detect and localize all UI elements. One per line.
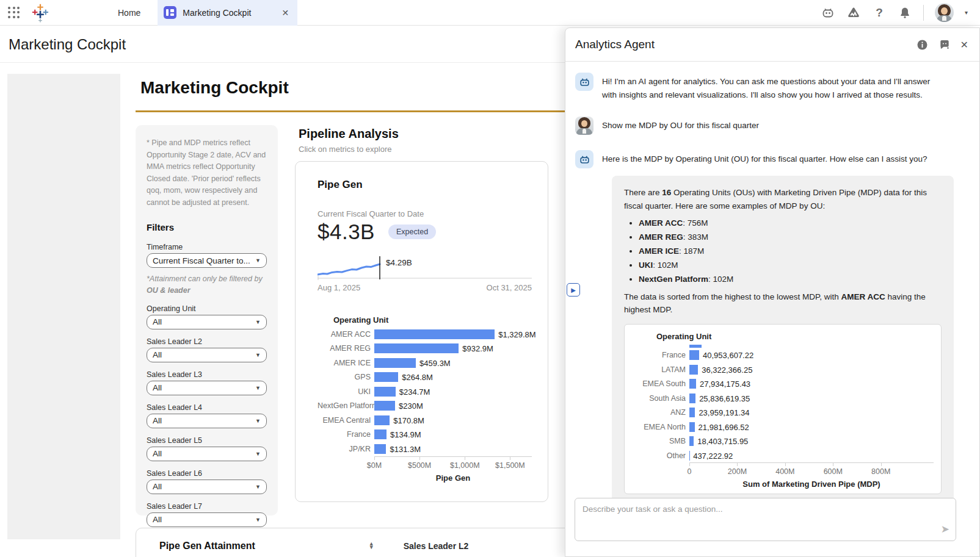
analytics-agent-panel: Analytics Agent ✕ ▶ [565,27,980,557]
filter-select[interactable]: All▼ [147,512,267,527]
bar[interactable] [374,329,495,339]
axis-tick-label: 0 [688,467,692,476]
filter-select[interactable]: All▼ [147,414,267,428]
metrics-note: * Pipe and MDP metrics reflect Opportuni… [147,137,267,209]
sort-icon[interactable]: ▲ ▼ [369,542,374,549]
bar-row[interactable]: Other437,222.92 [633,448,934,463]
bar-category-label: SMB [633,437,689,445]
kpi-row: $4.3B Expected [318,220,532,244]
bar[interactable] [374,372,398,382]
axis-tick-label: 600M [824,467,843,476]
bar[interactable] [374,401,395,411]
bar-row[interactable]: South Asia25,836,619.35 [633,391,934,406]
collapse-panel-button[interactable]: ▶ [567,283,580,296]
notifications-bell-icon[interactable] [898,5,912,20]
bar[interactable] [374,444,386,454]
timeframe-select[interactable]: Current Fiscal Quarter to... ▼ [147,253,267,268]
dashboard-title: Marketing Cockpit [140,78,289,98]
bar[interactable] [374,429,387,439]
chevron-down-icon: ▼ [255,319,261,325]
bar-row[interactable]: JP/KR$131.3M [318,442,532,456]
bar-category-label: UKI [318,387,374,396]
bar-row-clipped [633,342,934,348]
filter-label: Sales Leader L4 [147,403,267,412]
bar-value-label: 40,953,607.22 [703,351,753,360]
bar-category-label: France [318,430,374,439]
help-icon[interactable]: ? [872,5,887,20]
tab-marketing-cockpit[interactable]: Marketing Cockpit ✕ [158,0,297,26]
bar-row[interactable]: AMER REG$932.9M [318,342,532,356]
bar[interactable] [689,408,695,417]
bar-value-label: 25,836,619.35 [699,393,750,403]
bar-category-label: LATAM [633,365,689,374]
bar[interactable] [689,379,696,389]
filter-select[interactable]: All▼ [147,315,267,329]
filter-group-sales-leader-l6: Sales Leader L6All▼ [147,469,267,494]
bar-row[interactable]: ANZ23,959,191.34 [633,405,934,420]
bar-row[interactable]: SMB18,403,715.95 [633,434,934,448]
user-avatar[interactable] [935,3,954,22]
axis-tick-label: $1,000M [450,461,480,470]
pulse-icon[interactable] [846,5,861,20]
mdp-bullet-list: AMER ACC: 756MAMER REG: 383MAMER ICE: 18… [639,217,942,287]
bar[interactable] [374,387,396,397]
user-message-text: Show me MDP by OU for this fiscal quarte… [602,117,759,135]
axis-tick-label: 400M [775,467,794,476]
kpi-value: $4.3B [318,220,375,244]
send-icon[interactable]: ➤ [941,523,949,536]
bar[interactable] [689,422,695,432]
agent-chart-card[interactable]: Operating UnitFrance40,953,607.22LATAM36… [624,324,942,494]
bar-row[interactable]: NextGen Platform$230M [318,399,532,414]
bar[interactable] [689,436,694,446]
filter-label: Operating Unit [147,304,267,313]
bar-row[interactable]: EMEA North21,981,696.52 [633,420,934,434]
account-menu-caret-icon[interactable]: ▾ [965,9,968,16]
sparkline-svg [318,251,532,281]
filters-panel: * Pipe and MDP metrics reflect Opportuni… [136,125,278,516]
filter-select[interactable]: All▼ [147,480,267,494]
tab-close-icon[interactable]: ✕ [281,8,289,18]
filter-select[interactable]: All▼ [147,348,267,362]
info-icon[interactable] [916,38,929,51]
bar-row[interactable]: EMEA South27,934,175.43 [633,376,934,391]
analytics-agent-icon[interactable] [821,5,835,20]
bar-row[interactable]: UKI$234.7M [318,384,532,399]
filter-group-sales-leader-l2: Sales Leader L2All▼ [147,337,267,362]
bar-value-label: 36,322,366.25 [702,365,752,374]
bar-category-label: NextGen Platform [318,401,374,410]
bar[interactable] [689,365,698,375]
bar-row[interactable]: AMER ACC$1,329.8M [318,327,532,342]
chart-rows: France40,953,607.22LATAM36,322,366.25EME… [633,342,934,462]
bar[interactable] [689,350,699,360]
filter-label: Sales Leader L5 [147,436,267,445]
tableau-logo-icon[interactable] [30,2,51,23]
sparkline-start-date: Aug 1, 2025 [318,283,360,292]
app-launcher-icon[interactable] [8,7,20,19]
bar-category-label: AMER REG [318,344,374,353]
chevron-down-icon: ▼ [255,451,261,457]
bar[interactable] [374,358,416,368]
agent-question-input[interactable] [575,498,956,541]
pipeline-analysis-title: Pipeline Analysis [299,127,399,141]
chevron-down-icon: ▼ [255,257,261,264]
bar-row[interactable]: France40,953,607.22 [633,348,934,362]
timeframe-filter: Timeframe Current Fiscal Quarter to... ▼ [147,243,267,268]
bar[interactable] [374,343,459,353]
bar-row[interactable]: AMER ICE$459.3M [318,356,532,370]
filter-select[interactable]: All▼ [147,381,267,395]
bar-row[interactable]: GPS$264.8M [318,370,532,385]
bar-row[interactable]: LATAM36,322,366.25 [633,362,934,377]
bar[interactable] [374,415,390,425]
bar[interactable] [689,393,695,403]
close-panel-icon[interactable]: ✕ [960,39,968,51]
clear-conversation-icon[interactable] [938,38,951,51]
bar-row[interactable]: EMEA Central$170.8M [318,413,532,428]
filter-select-value: All [153,449,162,458]
bar-row[interactable]: France$134.9M [318,428,532,442]
bar-value-label: $134.9M [390,430,421,439]
filter-select-value: All [153,317,162,326]
home-nav-link[interactable]: Home [118,8,140,18]
pipe-gen-metric-card[interactable]: Pipe Gen Current Fiscal Quarter to Date … [295,161,548,502]
bar-value-label: 23,959,191.34 [699,408,749,417]
filter-select[interactable]: All▼ [147,447,267,461]
